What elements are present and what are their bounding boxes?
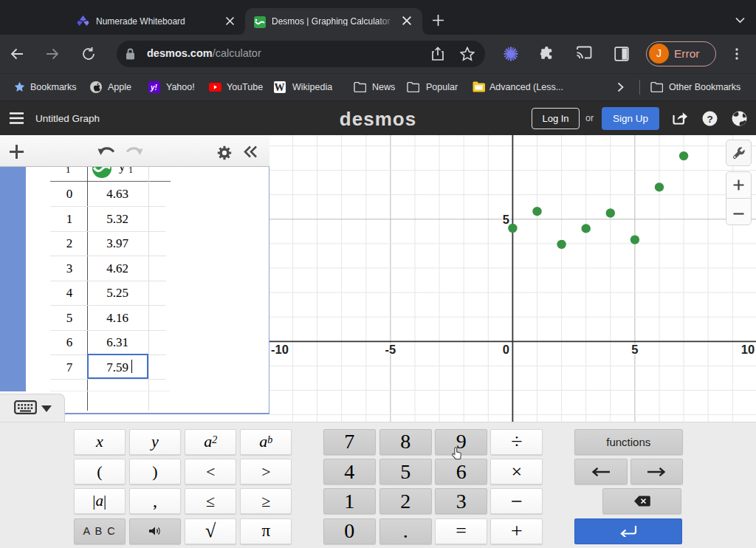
svg-text:y!: y!: [150, 83, 158, 92]
svg-text:5: 5: [631, 343, 638, 356]
svg-text:-10: -10: [271, 343, 289, 356]
svg-text:10: 10: [741, 343, 755, 356]
svg-text:0: 0: [503, 343, 509, 356]
svg-text:?: ?: [707, 114, 712, 125]
svg-text:-5: -5: [385, 343, 396, 356]
svg-text:5: 5: [503, 213, 509, 226]
svg-text:W: W: [275, 82, 285, 93]
